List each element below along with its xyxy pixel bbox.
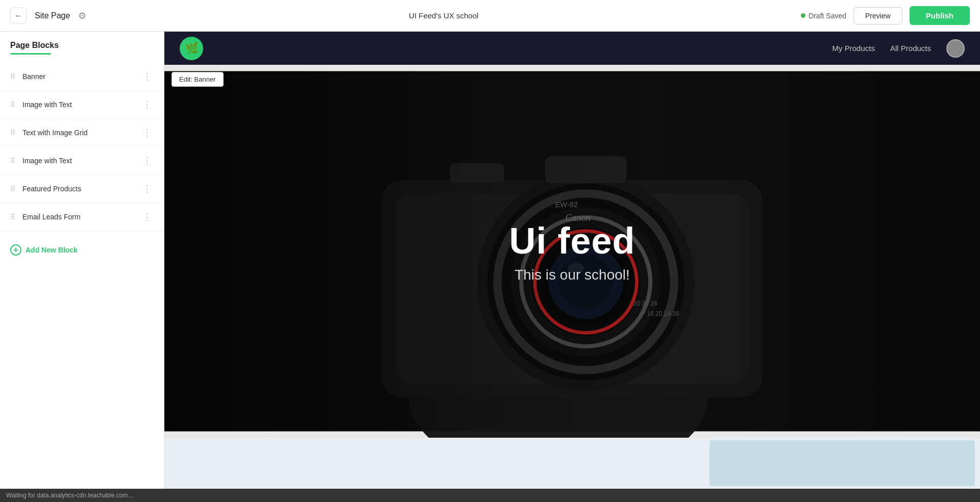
edit-banner-tag[interactable]: Edit: Banner <box>172 72 224 87</box>
light-blue-preview-box <box>709 440 975 486</box>
site-title: UI Feed's UX school <box>409 11 478 20</box>
sidebar: Page Blocks ⠿ Banner ⋮ ⠿ Image with Text… <box>0 32 164 489</box>
block-menu-icon-email-leads-form[interactable]: ⋮ <box>140 210 154 223</box>
site-nav-links: My Products All Products <box>832 39 965 58</box>
sidebar-underline <box>10 53 51 55</box>
draft-label: Draft Saved <box>808 12 846 20</box>
preview-button[interactable]: Preview <box>853 7 902 24</box>
add-circle-icon: + <box>10 244 21 256</box>
nav-avatar[interactable] <box>946 39 965 58</box>
banner-subtext: This is our school! <box>514 267 630 283</box>
sidebar-item-banner[interactable]: ⠿ Banner ⋮ <box>0 63 164 91</box>
banner-section: Edit: Banner <box>164 65 980 438</box>
back-icon: ← <box>14 11 22 20</box>
drag-handle-icon: ⠿ <box>10 101 15 109</box>
sidebar-item-featured-products[interactable]: ⠿ Featured Products ⋮ <box>0 175 164 203</box>
block-label-image-with-text-1: Image with Text <box>22 101 140 109</box>
drag-handle-icon: ⠿ <box>10 213 15 221</box>
add-block-label: Add New Block <box>26 246 78 254</box>
gear-icon[interactable]: ⚙ <box>78 10 86 21</box>
drag-handle-icon: ⠿ <box>10 157 15 165</box>
draft-dot <box>801 13 805 18</box>
preview-area: 🌿 My Products All Products Edit: Banner <box>164 32 980 489</box>
status-text: Waiting for data.analytics-cdn.teachable… <box>6 492 133 499</box>
nav-my-products[interactable]: My Products <box>832 44 875 53</box>
block-label-image-with-text-2: Image with Text <box>22 157 140 165</box>
main-layout: Page Blocks ⠿ Banner ⋮ ⠿ Image with Text… <box>0 32 980 489</box>
block-menu-icon-text-with-image-grid[interactable]: ⋮ <box>140 126 154 139</box>
banner-text-container: Ui feed This is our school! <box>164 65 980 438</box>
block-menu-icon-banner[interactable]: ⋮ <box>140 70 154 83</box>
sidebar-blocks: ⠿ Banner ⋮ ⠿ Image with Text ⋮ ⠿ Text wi… <box>0 58 164 236</box>
page-blocks-title: Page Blocks <box>10 41 154 50</box>
add-new-block-button[interactable]: + Add New Block <box>0 236 164 264</box>
sidebar-header: Page Blocks <box>0 32 164 58</box>
draft-status: Draft Saved <box>801 12 846 20</box>
sidebar-item-image-with-text-1[interactable]: ⠿ Image with Text ⋮ <box>0 91 164 119</box>
sidebar-item-text-with-image-grid[interactable]: ⠿ Text with Image Grid ⋮ <box>0 119 164 147</box>
block-label-featured-products: Featured Products <box>22 185 140 193</box>
status-bar: Waiting for data.analytics-cdn.teachable… <box>0 489 980 502</box>
drag-handle-icon: ⠿ <box>10 129 15 137</box>
sidebar-item-image-with-text-2[interactable]: ⠿ Image with Text ⋮ <box>0 147 164 175</box>
logo-leaf-icon: 🌿 <box>185 42 199 55</box>
publish-button[interactable]: Publish <box>910 6 970 25</box>
block-label-email-leads-form: Email Leads Form <box>22 213 140 221</box>
sidebar-title-text: Site Page <box>35 11 70 20</box>
block-label-banner: Banner <box>22 72 140 81</box>
topbar-right: Draft Saved Preview Publish <box>801 6 970 25</box>
topbar-left: ← Site Page ⚙ <box>10 8 86 24</box>
back-button[interactable]: ← <box>10 8 27 24</box>
drag-handle-icon: ⠿ <box>10 72 15 81</box>
drag-handle-icon: ⠿ <box>10 185 15 193</box>
site-nav: 🌿 My Products All Products <box>164 32 980 65</box>
block-menu-icon-image-with-text-1[interactable]: ⋮ <box>140 98 154 111</box>
block-menu-icon-image-with-text-2[interactable]: ⋮ <box>140 154 154 167</box>
site-logo: 🌿 <box>180 37 203 60</box>
bottom-content-strip <box>164 438 980 489</box>
block-menu-icon-featured-products[interactable]: ⋮ <box>140 182 154 195</box>
topbar: ← Site Page ⚙ UI Feed's UX school Draft … <box>0 0 980 32</box>
banner-headline: Ui feed <box>509 220 635 262</box>
sidebar-item-email-leads-form[interactable]: ⠿ Email Leads Form ⋮ <box>0 203 164 231</box>
nav-all-products[interactable]: All Products <box>890 44 931 53</box>
block-label-text-with-image-grid: Text with Image Grid <box>22 129 140 137</box>
